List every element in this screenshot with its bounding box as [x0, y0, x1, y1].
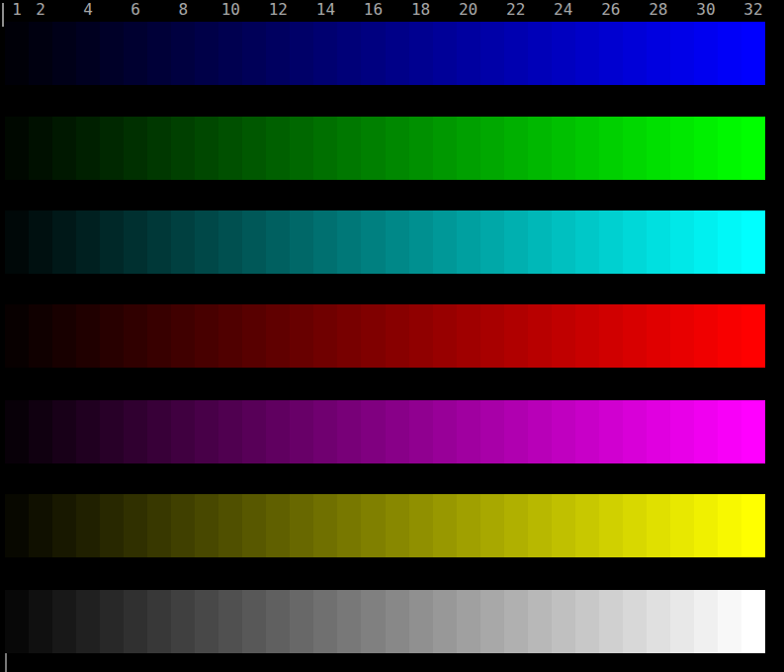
- ramp-step: [5, 494, 29, 557]
- ramp-step: [504, 210, 528, 274]
- ramp-step: [694, 590, 718, 653]
- ramp-step: [195, 590, 218, 653]
- ramp-step: [623, 494, 647, 557]
- ramp-step: [242, 22, 266, 85]
- ramp-step: [100, 210, 124, 274]
- ramp-step: [76, 590, 100, 653]
- ramp-step: [76, 400, 100, 463]
- ramp-step: [670, 304, 694, 368]
- ramp-step: [504, 117, 528, 180]
- ramp-step: [694, 117, 718, 180]
- ramp-step: [670, 494, 694, 557]
- ramp-step: [52, 22, 76, 85]
- ramp-step: [29, 117, 52, 180]
- ramp-step: [528, 22, 552, 85]
- ramp-step: [718, 210, 741, 274]
- ramp-step: [5, 117, 29, 180]
- tick-label: 14: [316, 0, 335, 20]
- ramp-step: [741, 210, 765, 274]
- ramp-step: [623, 117, 647, 180]
- cursor-bottom-left: [5, 653, 7, 672]
- ramp-step: [266, 22, 290, 85]
- ramp-step: [694, 400, 718, 463]
- ramp-step: [480, 22, 504, 85]
- ramp-step: [361, 22, 385, 85]
- ramp-step: [147, 22, 171, 85]
- ramp-bar-magenta: [5, 400, 765, 463]
- ramp-step: [313, 22, 337, 85]
- ramp-step: [195, 494, 218, 557]
- ramp-step: [575, 590, 599, 653]
- ramp-step: [575, 22, 599, 85]
- tick-label: 10: [221, 0, 240, 20]
- ramp-step: [124, 22, 147, 85]
- ramp-step: [433, 494, 457, 557]
- ramp-step: [718, 304, 741, 368]
- ramp-step: [124, 117, 147, 180]
- ramp-step: [52, 117, 76, 180]
- tick-label: 32: [743, 0, 762, 20]
- ramp-step: [457, 117, 480, 180]
- ramp-step: [599, 494, 623, 557]
- ramp-step: [504, 494, 528, 557]
- ramp-step: [694, 494, 718, 557]
- ramp-step: [29, 400, 52, 463]
- ramp-step: [552, 400, 575, 463]
- ramp-step: [218, 304, 242, 368]
- ramp-step: [100, 22, 124, 85]
- ramp-step: [433, 210, 457, 274]
- ramp-step: [5, 22, 29, 85]
- ramp-step: [195, 400, 218, 463]
- tick-label: 26: [601, 0, 620, 20]
- ramp-step: [290, 210, 313, 274]
- ramp-step: [457, 210, 480, 274]
- ramp-step: [647, 400, 670, 463]
- tick-label: 22: [506, 0, 525, 20]
- ramp-step: [361, 304, 385, 368]
- ramp-step: [718, 590, 741, 653]
- ramp-step: [218, 494, 242, 557]
- ramp-step: [694, 210, 718, 274]
- ramp-step: [741, 117, 765, 180]
- ramp-bar-cyan: [5, 210, 765, 274]
- ramp-step: [171, 210, 195, 274]
- ramp-step: [29, 494, 52, 557]
- tick-label: 24: [554, 0, 572, 20]
- tick-label: 16: [364, 0, 383, 20]
- ramp-step: [100, 494, 124, 557]
- ramp-step: [480, 590, 504, 653]
- ramp-step: [409, 117, 433, 180]
- ramp-step: [575, 210, 599, 274]
- ramp-step: [100, 117, 124, 180]
- ramp-step: [361, 400, 385, 463]
- ramp-step: [386, 22, 409, 85]
- ramp-step: [575, 304, 599, 368]
- ramp-step: [741, 590, 765, 653]
- ramp-step: [575, 400, 599, 463]
- ramp-step: [623, 400, 647, 463]
- ramp-step: [337, 22, 361, 85]
- ramp-step: [528, 400, 552, 463]
- ramp-step: [552, 210, 575, 274]
- ramp-step: [599, 210, 623, 274]
- ramp-step: [313, 210, 337, 274]
- ramp-step: [647, 117, 670, 180]
- ramp-step: [242, 304, 266, 368]
- ramp-step: [242, 400, 266, 463]
- ramp-step: [171, 590, 195, 653]
- ramp-step: [52, 210, 76, 274]
- tick-label: 6: [131, 0, 140, 20]
- ramp-step: [528, 304, 552, 368]
- ramp-step: [195, 22, 218, 85]
- tick-label: 2: [36, 0, 45, 20]
- tick-label: 4: [83, 0, 93, 20]
- ramp-step: [741, 494, 765, 557]
- ramp-step: [266, 304, 290, 368]
- ramp-step: [647, 590, 670, 653]
- ramp-step: [647, 22, 670, 85]
- ramp-step: [718, 117, 741, 180]
- ramp-step: [647, 210, 670, 274]
- tick-label: 8: [178, 0, 188, 20]
- ramp-step: [147, 494, 171, 557]
- ramp-step: [171, 494, 195, 557]
